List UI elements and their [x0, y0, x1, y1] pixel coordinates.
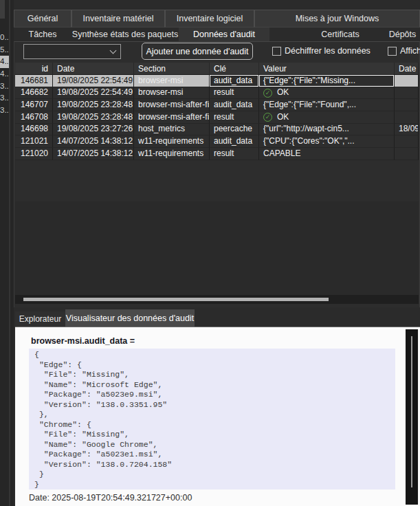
table-row[interactable]: 121020 14/07/2025 14:38:12 w11-requireme… [15, 148, 419, 160]
cell-section[interactable]: browser-msi [134, 87, 210, 100]
host-row-clipped[interactable]: 5.. [0, 44, 9, 56]
decrypt-data-checkbox[interactable]: Déchiffrer les données [272, 45, 371, 56]
vertical-scrollbar-thumb[interactable] [411, 336, 412, 487]
cell-date[interactable]: 19/08/2025 23:28:48 [53, 111, 134, 124]
cell-id[interactable]: 121020 [15, 148, 53, 160]
tab-explorateur[interactable]: Explorateur [15, 311, 65, 327]
chevron-down-icon[interactable] [105, 45, 120, 58]
cell-key[interactable]: audit_data [210, 99, 259, 111]
cell-date[interactable]: 19/08/2025 23:27:26 [53, 124, 134, 136]
col-header-id[interactable]: id [15, 63, 53, 75]
cell-section[interactable]: host_metrics [134, 124, 210, 136]
checkbox-box-icon[interactable] [272, 47, 281, 56]
json-value-box: { "Edge": { "File": "Missing", "Name": "… [29, 349, 395, 490]
cell-value[interactable]: {"CPU":{"Cores":"OK","... [259, 135, 395, 148]
cell-date[interactable]: 19/08/2025 23:28:48 [53, 99, 134, 111]
audit-section-combobox[interactable] [23, 44, 121, 59]
cell-date2[interactable]: 18/09 [395, 124, 419, 136]
cell-id[interactable]: 146708 [15, 111, 53, 124]
tab-donnees-audit-active[interactable]: Données d'audit [179, 28, 269, 41]
cell-key[interactable]: audit_data [210, 75, 259, 87]
tab-certificats[interactable]: Certificats [296, 28, 385, 41]
detail-tabs-row1: Général Inventaire matériel Inventaire l… [14, 10, 420, 28]
checkbox-box-icon[interactable] [388, 47, 397, 56]
ok-check-icon: ✓ [263, 89, 272, 98]
host-row-clipped[interactable]: 0.. [0, 32, 9, 44]
table-row[interactable]: 121021 14/07/2025 14:38:12 w11-requireme… [15, 135, 419, 148]
cell-key[interactable]: peercache [210, 124, 259, 136]
cell-id[interactable]: 146681 [15, 75, 53, 87]
table-row[interactable]: 146698 19/08/2025 23:27:26 host_metrics … [15, 124, 419, 136]
tab-inventaire-logiciel[interactable]: Inventaire logiciel [165, 10, 254, 28]
table-row-selected[interactable]: 146681 19/08/2025 22:54:49 browser-msi a… [15, 75, 419, 87]
cell-value[interactable]: {"Edge":{"File":"Missing... [259, 75, 395, 87]
cell-value[interactable]: {"Edge":{"File":"Found",... [259, 99, 395, 111]
cell-id[interactable]: 121021 [15, 135, 53, 148]
cell-key[interactable]: audit_data [210, 135, 259, 148]
host-row-clipped-selected[interactable]: 4.. [0, 56, 9, 68]
add-audit-data-button[interactable]: Ajouter une donnée d'audit [142, 43, 253, 60]
cell-key[interactable]: result [210, 87, 259, 100]
table-row[interactable]: 146682 19/08/2025 22:54:49 browser-msi r… [15, 87, 419, 100]
cell-date2[interactable] [395, 148, 419, 160]
cell-date[interactable]: 19/08/2025 22:54:49 [53, 75, 134, 87]
audit-data-panel: Ajouter une donnée d'audit Déchiffrer le… [14, 41, 420, 307]
cell-key[interactable]: result [210, 148, 259, 160]
host-row-clipped[interactable]: 4.. [0, 68, 9, 80]
decrypt-data-label: Déchiffrer les données [285, 46, 371, 56]
col-header-cle[interactable]: Clé [210, 63, 259, 75]
tab-depots[interactable]: Dépôts [385, 28, 420, 41]
col-header-section[interactable]: Section [134, 63, 210, 75]
cell-section[interactable]: browser-msi-after-fix [134, 99, 210, 111]
cell-date2[interactable] [395, 135, 419, 148]
tab-visualisateur-active[interactable]: Visualisateur des données d'audit [65, 309, 195, 327]
cell-section[interactable]: w11-requirements [134, 135, 210, 148]
show-checkbox[interactable]: Afficher [388, 45, 420, 56]
cell-key[interactable]: result [210, 111, 259, 124]
col-header-valeur[interactable]: Valeur [259, 63, 395, 75]
horizontal-scrollbar[interactable] [15, 295, 419, 304]
cell-date2[interactable] [395, 99, 419, 111]
cell-value[interactable]: ✓ OK [259, 87, 395, 100]
tab-general[interactable]: Général [14, 10, 71, 28]
tab-synthese-paquets[interactable]: Synthèse états des paquets [71, 28, 179, 41]
grid-empty-area [15, 201, 419, 295]
cell-date2[interactable] [395, 87, 419, 100]
tab-inventaire-materiel[interactable]: Inventaire matériel [71, 10, 165, 28]
panel-splitter[interactable] [9, 0, 10, 506]
cell-value[interactable]: ✓ OK [259, 111, 395, 124]
cell-date2[interactable] [395, 111, 419, 124]
vertical-scrollbar[interactable] [406, 329, 418, 505]
cell-date[interactable]: 14/07/2025 14:38:12 [53, 148, 134, 160]
cell-value[interactable]: CAPABLE [259, 148, 395, 160]
cell-date2[interactable] [395, 75, 419, 87]
table-row[interactable]: 146707 19/08/2025 23:28:48 browser-msi-a… [15, 99, 419, 111]
cell-date[interactable]: 19/08/2025 22:54:49 [53, 87, 134, 100]
cell-id[interactable]: 146682 [15, 87, 53, 100]
table-row[interactable]: 146708 19/08/2025 23:28:48 browser-msi-a… [15, 111, 419, 124]
host-row-clipped[interactable]: 3.. [0, 104, 9, 117]
cell-section[interactable]: browser-msi [134, 75, 210, 87]
cell-date[interactable]: 14/07/2025 14:38:12 [53, 135, 134, 148]
tab-taches[interactable]: Tâches [14, 28, 71, 41]
viewer-tab-bar: Explorateur Visualisateur des données d'… [14, 307, 420, 327]
grid-header-row: id Date Section Clé Valeur Date c [15, 63, 419, 75]
host-row-clipped[interactable]: 3.. [0, 92, 9, 104]
detail-tabs-row2: Tâches Synthèse états des paquets Donnée… [14, 28, 420, 41]
result-text: OK [277, 87, 289, 99]
cell-id[interactable]: 146698 [15, 124, 53, 136]
cell-value[interactable]: {"url":"http://wapt-cin5... [259, 124, 395, 136]
col-header-date2[interactable]: Date c [395, 63, 419, 75]
wapt-console-audit-screen: 0.. 5.. 4.. 4.. 3.. 3.. 3.. Général Inve… [0, 0, 420, 506]
host-row-clipped[interactable]: 3.. [0, 80, 9, 93]
tab-mises-a-jour-windows[interactable]: Mises à jour Windows [254, 10, 420, 28]
cell-section[interactable]: browser-msi-after-fix [134, 111, 210, 124]
result-text: OK [277, 111, 289, 123]
horizontal-scrollbar-thumb[interactable] [23, 298, 329, 301]
audit-date-line: Date: 2025-08-19T20:54:49.321727+00:00 [29, 493, 192, 503]
audit-data-viewer: browser-msi.audit_data = { "Edge": { "Fi… [15, 327, 420, 506]
cell-id[interactable]: 146707 [15, 99, 53, 111]
col-header-date[interactable]: Date [53, 63, 134, 75]
viewer-title: browser-msi.audit_data = [31, 336, 135, 346]
cell-section[interactable]: w11-requirements [134, 148, 210, 160]
